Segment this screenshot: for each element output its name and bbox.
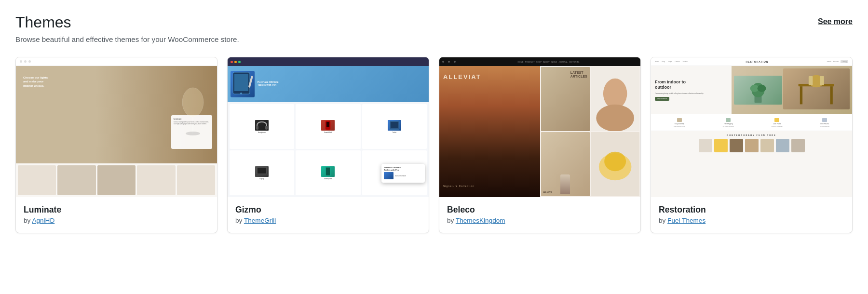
restoration-by: by Fuel Themes — [659, 217, 844, 224]
svg-point-0 — [182, 88, 203, 117]
mini-product-4 — [137, 165, 175, 195]
restoration-hero-text: Free amazing design work & selling home … — [655, 93, 728, 95]
theme-card-luminate[interactable]: Choose our lightsand make yourinterior u… — [15, 57, 217, 233]
restoration-nav-links: Home Shop Pages Garden Section — [655, 61, 688, 63]
gizmo-popup-tablet-img — [384, 172, 393, 179]
restoration-brand: RESTORATION — [746, 60, 769, 63]
feature-label-4: Free Returns — [820, 123, 829, 125]
restoration-nav-section: Section — [683, 61, 688, 63]
mini-product-1 — [18, 165, 56, 195]
feature-icon-3 — [774, 118, 779, 122]
theme-card-restoration[interactable]: Home Shop Pages Garden Section RESTORATI… — [651, 57, 853, 233]
nav-dot-red — [231, 61, 233, 63]
svg-rect-30 — [809, 76, 813, 85]
svg-rect-15 — [256, 174, 268, 175]
collection-label: CONTEMPORARY FURNITURE — [655, 134, 848, 136]
collection-item-6 — [776, 139, 789, 152]
theme-card-gizmo[interactable]: Purchase UltimateTablets with Pen Headph… — [227, 57, 429, 233]
laptop-icon — [255, 166, 269, 177]
svg-rect-31 — [820, 76, 825, 85]
beleco-main: ALLEVIAT Signature Collection LATESTARTI… — [439, 66, 640, 197]
beleco-face-img — [591, 67, 639, 131]
gizmo-author-link[interactable]: ThemeGrill — [244, 217, 276, 224]
beleco-headline: ALLEVIAT — [443, 73, 481, 81]
gizmo-name: Gizmo — [235, 205, 421, 215]
svg-rect-17 — [326, 168, 330, 175]
page-title: Themes — [15, 13, 71, 31]
gizmo-laptop-img — [255, 166, 269, 177]
restoration-author-link[interactable]: Fuel Themes — [667, 217, 705, 224]
gizmo-by: by ThemeGrill — [235, 217, 421, 224]
gizmo-by-label: by — [235, 217, 242, 224]
gizmo-popup-title: Purchase UltimateTablets with Pen — [384, 166, 422, 171]
gizmo-product-3: Tablet — [362, 104, 427, 149]
svg-point-22 — [603, 79, 627, 109]
feature-free-shipping: Free Shipping On orders over $100 — [723, 118, 734, 127]
phone-icon — [321, 166, 335, 177]
gizmo-product-label-4: Laptop — [260, 178, 264, 180]
feature-cash-prizes: Cash Prizes Points on purchases — [772, 118, 783, 127]
mini-product-2 — [57, 165, 95, 195]
nav-dot — [20, 60, 22, 63]
beleco-model — [439, 66, 540, 197]
restoration-nav-home: Home — [655, 61, 659, 63]
collection-item-3 — [730, 139, 743, 152]
feature-icon-1 — [677, 118, 682, 122]
collection-item-1 — [699, 139, 712, 152]
feature-sublabel-4: No restocking fee — [820, 126, 829, 127]
gizmo-product-label-3: Tablet — [393, 132, 396, 134]
gizmo-products-grid: Headphones Smart Watch — [228, 102, 429, 197]
beleco-cell-4 — [591, 132, 639, 196]
svg-point-23 — [596, 105, 634, 131]
restoration-collection: CONTEMPORARY FURNITURE — [651, 131, 852, 155]
beleco-nav: HOME PRODUCT SHOP ABOUT NEWS JOURNAL EDI… — [439, 57, 640, 66]
beleco-bottle-img — [560, 174, 570, 194]
beleco-nav-dot-3 — [454, 61, 456, 63]
gizmo-product-4: Laptop — [230, 150, 294, 195]
gizmo-product-label-5: Smartphone — [324, 178, 332, 180]
gizmo-banner-text: Purchase UltimateTablets with Pen — [258, 80, 426, 88]
restoration-nav-actions: Search Account Cart (0) — [827, 60, 848, 63]
svg-rect-8 — [265, 126, 268, 130]
svg-rect-28 — [830, 86, 833, 104]
restoration-hero-right — [732, 66, 852, 114]
gizmo-product-label-2: Smart Watch — [324, 132, 332, 134]
beleco-cell-2 — [591, 67, 639, 131]
restoration-name: Restoration — [659, 205, 844, 215]
mini-product-5 — [177, 165, 215, 195]
nav-dot — [24, 60, 27, 63]
page-header: Themes See more — [15, 13, 853, 31]
feature-label-3: Cash Prizes — [773, 123, 781, 125]
restoration-hero-title: From indoor tooutdoor — [655, 80, 728, 91]
svg-rect-10 — [326, 122, 329, 127]
lamp-icon — [178, 80, 207, 138]
beleco-honey-img — [591, 132, 639, 196]
gizmo-phone-img — [321, 166, 335, 177]
svg-rect-7 — [256, 126, 258, 130]
luminate-author-link[interactable]: AgniHD — [32, 217, 54, 224]
theme-card-beleco[interactable]: HOME PRODUCT SHOP ABOUT NEWS JOURNAL EDI… — [439, 57, 641, 233]
luminate-name: Luminate — [24, 205, 209, 215]
svg-rect-27 — [800, 86, 802, 104]
see-more-link[interactable]: See more — [818, 13, 853, 26]
restoration-nav: Home Shop Pages Garden Section RESTORATI… — [651, 57, 852, 66]
beleco-author-link[interactable]: ThemesKingdom — [456, 217, 505, 224]
beleco-name: Beleco — [447, 205, 633, 215]
restoration-search-label: Search — [827, 61, 831, 63]
svg-point-2 — [186, 132, 200, 135]
svg-rect-4 — [234, 74, 248, 91]
feature-easy-assembly: Easy assembly Tools and dec are inc — [674, 118, 685, 127]
feature-label-1: Easy assembly — [675, 123, 684, 125]
tablet-small-icon — [388, 120, 401, 131]
luminate-by-label: by — [24, 217, 30, 224]
gizmo-info: Gizmo by ThemeGrill — [228, 197, 429, 233]
collection-item-4 — [745, 139, 759, 152]
gizmo-watch-img — [321, 120, 335, 131]
feature-label-2: Free Shipping — [724, 123, 733, 125]
beleco-left: ALLEVIAT Signature Collection — [439, 66, 540, 197]
gizmo-popup: Purchase UltimateTablets with Pen Gizmo … — [381, 164, 425, 183]
luminate-bottom — [16, 163, 217, 197]
gizmo-headphones-img — [255, 120, 269, 131]
collection-items — [655, 139, 848, 152]
page-subtitle: Browse beautiful and effective themes fo… — [15, 35, 853, 43]
